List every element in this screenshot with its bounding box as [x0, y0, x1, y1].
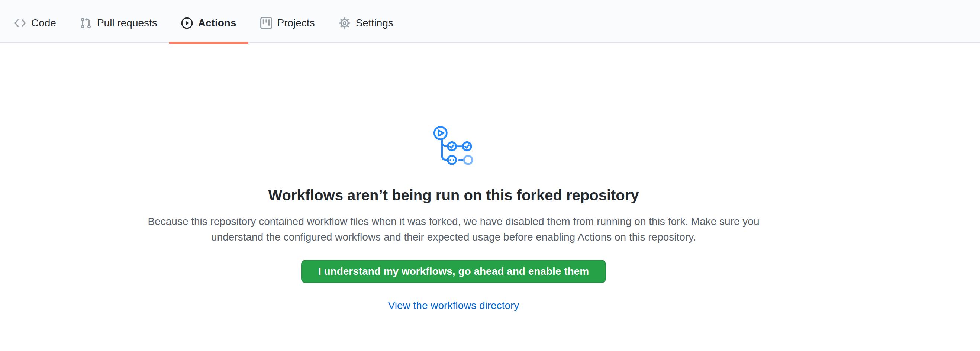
view-workflows-directory-link[interactable]: View the workflows directory [388, 300, 519, 311]
tab-actions[interactable]: Actions [169, 0, 248, 42]
pull-request-icon [80, 17, 92, 29]
tab-label: Settings [356, 18, 393, 28]
selected-tab-underline [169, 42, 248, 44]
tab-projects[interactable]: Projects [248, 0, 327, 42]
tab-label: Code [31, 18, 56, 28]
actions-blankslate: Workflows aren’t being run on this forke… [145, 43, 762, 312]
enable-button-row: I understand my workflows, go ahead and … [145, 245, 762, 283]
tab-label: Pull requests [97, 18, 157, 28]
project-icon [260, 17, 272, 29]
workflow-graph-icon [433, 125, 475, 168]
tab-label: Actions [198, 18, 237, 28]
code-icon [14, 17, 26, 29]
blankslate-description: Because this repository contained workfl… [145, 214, 762, 245]
tab-pull-requests[interactable]: Pull requests [68, 0, 169, 42]
repo-tab-nav: Code Pull requests Actions [0, 0, 980, 43]
tab-label: Projects [277, 18, 315, 28]
play-circle-icon [181, 17, 193, 29]
gear-icon [339, 17, 351, 29]
enable-workflows-button[interactable]: I understand my workflows, go ahead and … [301, 260, 606, 283]
tab-code[interactable]: Code [2, 0, 68, 42]
page-title: Workflows aren’t being run on this forke… [145, 186, 762, 204]
tab-settings[interactable]: Settings [327, 0, 405, 42]
workflows-link-row: View the workflows directory [145, 299, 762, 312]
